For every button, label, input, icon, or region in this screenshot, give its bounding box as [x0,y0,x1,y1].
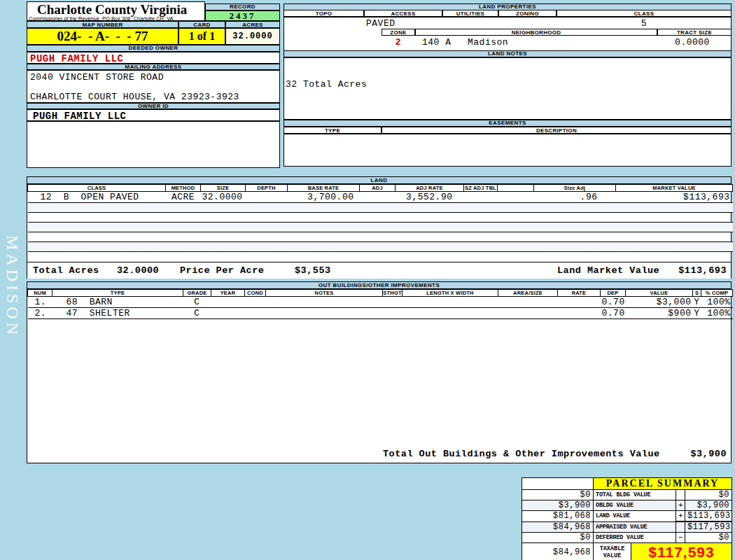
taxable-value-label: TAXABLE VALUE [594,543,631,560]
acres-text: 32.0000 [232,31,272,41]
land-empty-row [28,223,733,232]
deeded-owner-name: PUGH FAMILY LLC [30,53,124,64]
price-per-acre-label: Price Per Acre [180,265,264,276]
parcel-summary-header: PARCEL SUMMARY [522,478,732,490]
col-notes: NOTES [266,290,383,297]
address-line-1: 2040 VINCENT STORE ROAD [30,72,164,83]
land-title: LAND [27,177,731,184]
land-table: CLASS METHOD SIZE DEPTH BASE RATE ADJ AD… [27,184,733,262]
parcel-summary: PARCEL SUMMARY $0 TOTAL BLDG VALUE $0 $3… [522,477,732,560]
summary-row: $84,968 APPRAISED VALUE $117,593 [522,522,732,533]
col-sz-adj-tbl: SZ ADJ TBL [464,185,498,192]
zoning-label: ZONING [498,10,556,17]
map-number-value: 024- - A- - - 77 [27,28,178,45]
parcel-header-panel: Charlotte County Virginia Commissioner o… [27,1,280,168]
land-empty-row [28,242,733,252]
access-value: PAVED [366,18,396,29]
col-class: CLASS [28,185,166,192]
mailing-address-box: 2040 VINCENT STORE ROAD CHARLOTTE COURT … [27,70,280,103]
utilities-label: UTILITIES [442,10,498,17]
parcel-summary-title: PARCEL SUMMARY [594,478,732,490]
neighborhood-label: NEIGHBORHOOD [415,29,657,36]
out-building-row: 1. 68 BARN C 0.70 $3,000 Y 100% [28,297,733,308]
col-size: SIZE [201,185,246,192]
col-dep: DEP [601,290,626,297]
easement-type-label: TYPE [284,127,382,134]
acres-value: 32.0000 [225,28,280,45]
total-acres-value: 32.0000 [117,265,159,276]
col-value: VALUE [626,290,693,297]
col-sthgt: STHGT [383,290,402,297]
taxable-prev-value: $84,968 [522,543,594,560]
land-empty-row [28,203,733,213]
property-record-card-app: { "watermark": { "text": "MADISON" }, "h… [0,0,735,560]
col-base-rate: BASE RATE [288,185,360,192]
out-buildings-header: NUM TYPE GRADE YEAR COND NOTES STHGT LEN… [28,290,733,297]
land-notes-title: LAND NOTES [284,50,732,57]
col-method: METHOD [166,185,201,192]
col-year: YEAR [211,290,245,297]
price-per-acre-value: $3,553 [295,265,331,276]
col-area-size: AREA/SIZE [498,290,558,297]
access-label: ACCESS [364,10,442,17]
land-properties-panel: LAND PROPERTIES TOPO ACCESS UTILITIES ZO… [284,4,732,167]
col-cond: COND [245,290,266,297]
land-notes-text: 32 Total Acres [286,79,367,90]
deeded-owner-label: DEEDED OWNER [27,45,280,52]
land-section: LAND CLASS METHOD SIZE DEPTH BASE RATE A… [27,176,732,279]
easements-empty-area [284,134,732,167]
acres-label: ACRES [225,21,280,28]
land-empty-row [28,232,733,242]
land-table-header: CLASS METHOD SIZE DEPTH BASE RATE ADJ AD… [28,185,733,192]
easements-title: EASEMENTS [284,120,732,127]
district-watermark: MADISON [3,235,22,338]
land-market-value-label: Land Market Value [557,265,659,276]
out-buildings-total-value: $3,900 [690,449,727,459]
summary-row: $0 TOTAL BLDG VALUE $0 [522,490,732,500]
land-totals-row: Total Acres 32.0000 Price Per Acre $3,55… [27,262,731,279]
tract-size-label: TRACT SIZE [657,29,732,36]
land-row: 12 B OPEN PAVED ACRE 32.0000 3,700.00 3,… [28,192,733,203]
deeded-owner-row: PUGH FAMILY LLC [27,52,280,64]
zone-value: 2 [382,37,415,48]
out-buildings-section: OUT BUILDINGS/OTHER IMPROVEMENTS NUM TYP… [27,281,732,463]
parcel-summary-table: PARCEL SUMMARY $0 TOTAL BLDG VALUE $0 $3… [522,477,732,560]
out-buildings-total-row: Total Out Buildings & Other Improvements… [27,446,731,463]
col-grade: GRADE [183,290,211,297]
neighborhood-name: Madison [468,37,508,48]
record-label: RECORD [205,4,280,10]
record-value: 2437 [205,10,280,21]
summary-row: $3,900 OBLDG VALUE + $3,900 [522,500,732,511]
card-value: 1 of 1 [178,28,225,45]
address-line-2: CHARLOTTE COURT HOUSE, VA 23923-3923 [30,92,239,102]
land-market-value: $113,693 [678,265,727,276]
out-buildings-table: NUM TYPE GRADE YEAR COND NOTES STHGT LEN… [27,289,733,319]
col-s: S [693,290,701,297]
land-properties-values: PAVED 5 ZONE NEIGHBORHOOD TRACT SIZE 2 1… [284,17,732,51]
land-empty-row [28,252,733,262]
map-number-text: 024- - A- - - 77 [57,29,148,43]
col-comp: % COMP [701,290,733,297]
taxable-value: $117,593 [631,543,732,560]
summary-row: $81,068 LAND VALUE + $113,693 [522,511,732,522]
col-length-width: LENGTH X WIDTH [402,290,498,297]
class-label: CLASS [556,10,732,17]
class-value: 5 [556,18,732,29]
owner-id-name: PUGH FAMILY LLC [33,111,127,122]
col-blank [498,185,534,192]
col-num: NUM [28,290,52,297]
owner-id-row: PUGH FAMILY LLC [27,109,280,121]
card-label: CARD [178,21,225,28]
col-adj-rate: ADJ RATE [396,185,464,192]
zone-label: ZONE [382,29,415,36]
out-buildings-title: OUT BUILDINGS/OTHER IMPROVEMENTS [27,282,731,289]
col-type: TYPE [52,290,183,297]
land-empty-row [28,213,733,223]
summary-row: $0 DEFERRED VALUE − $0 [522,533,732,543]
col-size-adj: Size Adj [534,185,616,192]
col-market-value: MARKET VALUE [616,185,733,192]
tract-size-value: 0.0000 [657,37,727,48]
col-rate: RATE [558,290,601,297]
easement-description-label: DESCRIPTION [382,127,732,134]
mailing-address-label: MAILING ADDRESS [27,64,280,70]
